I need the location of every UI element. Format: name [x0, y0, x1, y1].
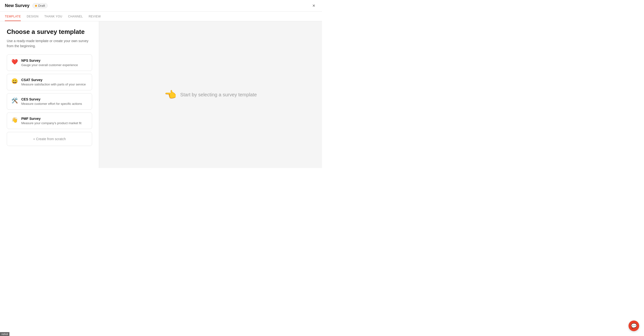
create-from-scratch-card[interactable]: + Create from scratch	[7, 132, 92, 146]
main-content: Choose a survey template Use a ready-mad…	[0, 21, 322, 168]
panel-subtitle: Use a ready-made template or create your…	[7, 39, 92, 49]
ces-icon: 🛠️	[11, 98, 18, 104]
template-card-nps[interactable]: ❤️ NPS Survey Gauge your overall custome…	[7, 55, 92, 71]
pmf-name: PMF Survey	[21, 117, 88, 120]
panel-title: Choose a survey template	[7, 28, 92, 36]
nps-name: NPS Survey	[21, 59, 88, 62]
template-card-csat[interactable]: 😄 CSAT Survey Measure satisfaction with …	[7, 74, 92, 90]
csat-icon: 😄	[11, 78, 18, 84]
nav-tabs: TEMPLATE DESIGN THANK YOU CHANNEL REVIEW	[0, 12, 322, 21]
ces-name: CES Survey	[21, 97, 88, 101]
nps-desc: Gauge your overall customer experience	[21, 63, 88, 67]
tab-channel[interactable]: CHANNEL	[68, 15, 83, 21]
tab-template[interactable]: TEMPLATE	[5, 15, 21, 21]
template-card-ces[interactable]: 🛠️ CES Survey Measure customer effort fo…	[7, 93, 92, 110]
tab-thank-you[interactable]: THANK YOU	[44, 15, 62, 21]
app-header: New Survey Draft ×	[0, 0, 322, 12]
page-title: New Survey	[5, 3, 30, 8]
close-button[interactable]: ×	[310, 3, 317, 9]
draft-dot	[35, 5, 37, 7]
pointing-hand-icon: 👈	[164, 89, 176, 100]
tab-review[interactable]: REVIEW	[89, 15, 101, 21]
create-scratch-label: + Create from scratch	[33, 137, 66, 141]
header-left: New Survey Draft	[5, 3, 48, 8]
nps-icon: ❤️	[11, 59, 18, 65]
left-panel: Choose a survey template Use a ready-mad…	[0, 21, 99, 168]
draft-badge: Draft	[32, 3, 48, 8]
csat-name: CSAT Survey	[21, 78, 88, 82]
right-panel-text: Start by selecting a survey template	[180, 92, 257, 98]
csat-desc: Measure satisfaction with parts of your …	[21, 83, 88, 86]
right-panel: 👈 Start by selecting a survey template	[99, 21, 322, 168]
tab-design[interactable]: DESIGN	[26, 15, 38, 21]
template-card-pmf[interactable]: 👋 PMF Survey Measure your company's prod…	[7, 113, 92, 129]
pmf-icon: 👋	[11, 117, 18, 123]
ces-desc: Measure customer effort for specific act…	[21, 102, 88, 106]
right-panel-content: 👈 Start by selecting a survey template	[164, 89, 257, 100]
draft-label: Draft	[38, 4, 45, 8]
pmf-desc: Measure your company's product market fi…	[21, 121, 88, 125]
